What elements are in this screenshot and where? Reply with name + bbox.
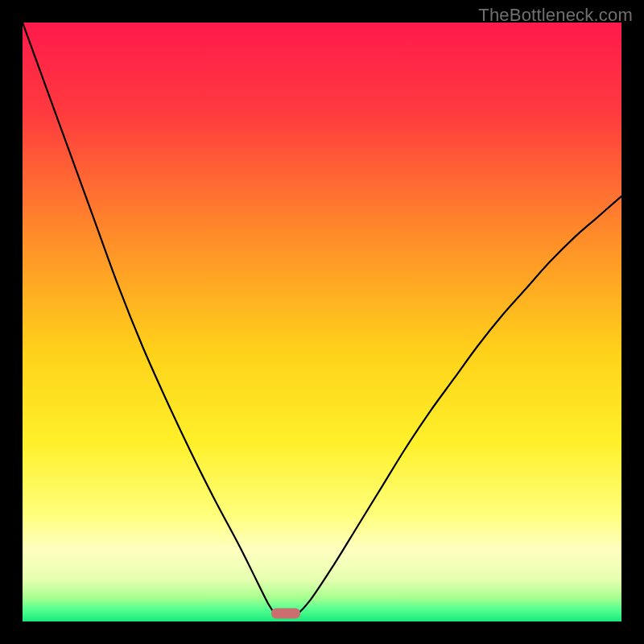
chart-frame: TheBottleneck.com — [0, 0, 644, 644]
optimum-marker — [271, 609, 300, 619]
bottleneck-curve — [23, 23, 621, 621]
plot-area — [23, 23, 621, 621]
watermark-text: TheBottleneck.com — [478, 5, 633, 26]
